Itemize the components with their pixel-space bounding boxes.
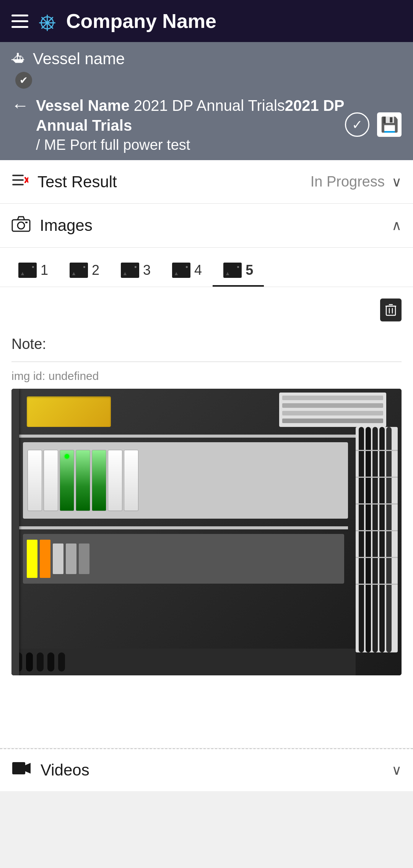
images-header[interactable]: Images ∧ [0, 204, 413, 248]
svg-rect-13 [12, 762, 25, 774]
camera-icon [11, 215, 31, 236]
note-divider [11, 362, 402, 362]
videos-header[interactable]: Videos ∨ [0, 749, 413, 791]
vessel-ship-icon: ⛴ [11, 51, 26, 67]
video-camera-icon [11, 761, 31, 780]
breadcrumb-separator: / [36, 137, 44, 153]
vessel-row: ⛴ Vessel name [11, 50, 402, 68]
breadcrumb-row: ← Vessel Name 2021 DP Annual Trials2021 … [11, 92, 402, 160]
ship-wheel-icon: ⎈ [39, 7, 55, 35]
image-tab-label-1: 1 [41, 262, 48, 278]
company-name: Company Name [66, 10, 216, 32]
save-icon: 💾 [380, 116, 398, 133]
svg-marker-14 [25, 763, 31, 774]
image-tab-label-5: 5 [246, 262, 253, 278]
image-thumb-icon-5 [223, 263, 242, 278]
test-result-icon [11, 172, 28, 192]
delete-image-button[interactable] [380, 299, 402, 321]
note-label: Note: [11, 336, 46, 352]
images-chevron: ∧ [392, 217, 402, 234]
image-id-text: img id: undefined [11, 370, 402, 383]
images-label: Images [40, 216, 392, 235]
svg-rect-7 [25, 222, 28, 223]
image-tabs: 1 2 3 4 5 [0, 248, 413, 287]
videos-section: Videos ∨ [0, 748, 413, 791]
image-viewer: Note: img id: undefined [0, 287, 413, 687]
breadcrumb-vessel: Vessel Name [36, 97, 130, 114]
top-navigation: ⎈ Company Name [0, 0, 413, 42]
main-content: Test Result In Progress ∨ Images ∧ 1 [0, 160, 413, 791]
image-thumb-icon-2 [70, 263, 88, 278]
videos-chevron: ∨ [392, 762, 402, 778]
vessel-name-label: Vessel name [33, 50, 125, 68]
check-icon: ✓ [352, 117, 363, 132]
image-tab-3[interactable]: 3 [110, 255, 161, 287]
sub-header: ⛴ Vessel name ✔ ← Vessel Name 2021 DP An… [0, 42, 413, 160]
videos-label: Videos [41, 761, 392, 779]
breadcrumb-text: Vessel Name 2021 DP Annual Trials2021 DP… [36, 96, 345, 153]
svg-rect-8 [386, 306, 395, 315]
test-result-status: In Progress [311, 174, 385, 190]
empty-space [0, 687, 413, 748]
image-tab-5[interactable]: 5 [213, 255, 264, 287]
image-toolbar [11, 295, 402, 329]
hamburger-menu[interactable] [11, 15, 28, 28]
breadcrumb-actions: ✓ 💾 [345, 112, 402, 137]
image-tab-1[interactable]: 1 [8, 255, 59, 287]
test-result-label: Test Result [37, 173, 311, 191]
breadcrumb-trial: 2021 DP Annual Trials [134, 97, 285, 114]
verified-badge-icon: ✔ [15, 72, 32, 89]
image-tab-label-4: 4 [194, 262, 202, 278]
approve-button[interactable]: ✓ [345, 112, 369, 137]
image-tab-label-3: 3 [143, 262, 151, 278]
svg-point-6 [18, 222, 24, 229]
image-tab-2[interactable]: 2 [59, 255, 110, 287]
main-image-display [11, 389, 402, 675]
image-tab-4[interactable]: 4 [161, 255, 213, 287]
image-thumb-icon-3 [121, 263, 139, 278]
test-result-row[interactable]: Test Result In Progress ∨ [0, 160, 413, 204]
image-thumb-icon-4 [172, 263, 190, 278]
back-button[interactable]: ← [11, 96, 29, 115]
images-section: Images ∧ 1 2 3 4 5 [0, 204, 413, 748]
image-tab-label-2: 2 [92, 262, 99, 278]
breadcrumb-test: ME Port full power test [44, 137, 190, 153]
electrical-panel-image [11, 389, 402, 675]
image-thumb-icon-1 [18, 263, 37, 278]
test-result-chevron: ∨ [392, 174, 402, 190]
save-button[interactable]: 💾 [377, 112, 402, 137]
note-row: Note: [11, 329, 402, 355]
